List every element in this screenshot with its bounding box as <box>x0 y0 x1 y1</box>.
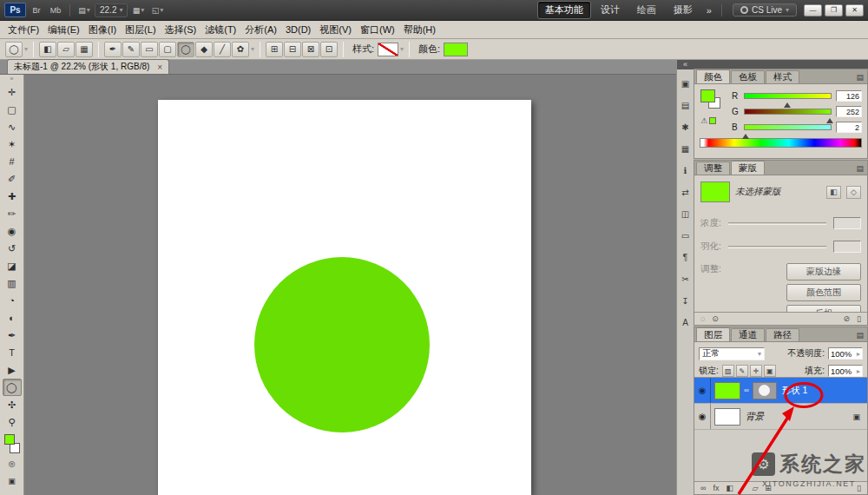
workspace-photography[interactable]: 摄影 <box>666 1 700 19</box>
tab-paths[interactable]: 路径 <box>766 328 799 341</box>
slider-thumb[interactable] <box>784 99 791 108</box>
shape-color-swatch[interactable] <box>444 43 468 56</box>
menu-item-9[interactable]: 窗口(W) <box>356 23 399 37</box>
opacity-field[interactable]: 100% ▸ <box>828 347 863 360</box>
blend-mode-dropdown[interactable]: 正常 ▾ <box>699 347 765 360</box>
dock-panel-button-7[interactable]: ◫ <box>678 205 694 222</box>
spot-healing-brush-tool[interactable]: ✚ <box>3 188 22 205</box>
collapse-toolbox-button[interactable]: » <box>10 75 14 83</box>
dock-panel-button-3[interactable]: ✱ <box>678 118 694 135</box>
panels-dragbar[interactable] <box>694 60 868 69</box>
layer-style-button[interactable]: fx <box>713 484 719 492</box>
workspace-overflow-button[interactable]: » <box>702 3 716 18</box>
panel-menu-icon[interactable]: ▤ <box>856 164 864 173</box>
red-slider[interactable] <box>744 93 832 99</box>
shape-layers-button[interactable]: ◧ <box>39 42 56 57</box>
visibility-toggle[interactable]: ◉ <box>694 404 711 429</box>
intersect-shape-area-button[interactable]: ⊠ <box>302 42 319 57</box>
mini-bridge-button[interactable]: Mb <box>47 3 64 17</box>
mask-edge-button[interactable]: 蒙版边缘 <box>786 263 861 280</box>
menu-item-6[interactable]: 分析(A) <box>240 23 281 37</box>
color-spectrum-bar[interactable] <box>700 138 862 148</box>
zoom-level-control[interactable]: 22.2▾ <box>95 3 128 17</box>
dock-panel-button-12[interactable]: A <box>678 314 694 331</box>
new-adjustment-layer-button[interactable]: ◐ <box>740 484 745 492</box>
pen-tool[interactable]: ✒ <box>3 327 22 344</box>
menu-item-5[interactable]: 滤镜(T) <box>201 23 240 37</box>
fill-pixels-button[interactable]: ▦ <box>76 42 93 57</box>
visibility-toggle[interactable]: ◉ <box>694 378 711 403</box>
clone-stamp-tool[interactable]: ◉ <box>3 222 22 240</box>
apply-mask-button[interactable]: ⊙ <box>712 314 719 323</box>
style-picker[interactable] <box>378 43 398 56</box>
green-value-field[interactable]: 252 <box>836 106 862 117</box>
red-value-field[interactable]: 126 <box>836 90 862 102</box>
lock-image-pixels-button[interactable]: ✎ <box>736 365 748 377</box>
view-extras-button[interactable]: ▤▾ <box>76 3 93 17</box>
vector-mask-thumbnail[interactable] <box>753 382 777 399</box>
chevron-down-icon[interactable]: ▾ <box>251 45 254 53</box>
add-vector-mask-button[interactable]: ◇ <box>846 186 861 199</box>
slider-thumb[interactable] <box>826 115 833 123</box>
brush-tool[interactable]: ✏ <box>3 205 22 222</box>
ellipse-button[interactable]: ◯ <box>177 42 194 57</box>
dock-panel-button-8[interactable]: ▭ <box>678 227 694 244</box>
quick-selection-tool[interactable]: ✶ <box>3 135 22 153</box>
add-pixel-mask-button[interactable]: ◧ <box>826 186 841 199</box>
menu-item-4[interactable]: 选择(S) <box>161 23 201 37</box>
zoom-tool[interactable]: ⚲ <box>3 413 22 431</box>
eraser-tool[interactable]: ◪ <box>3 257 22 274</box>
panel-menu-icon[interactable]: ▤ <box>856 73 864 82</box>
layer-row-shape-1[interactable]: ◉ ∞ 形状 1 <box>694 378 867 404</box>
tab-swatches[interactable]: 色板 <box>731 70 765 83</box>
add-layer-mask-button[interactable]: ◧ <box>726 484 733 492</box>
tab-masks[interactable]: 蒙版 <box>731 161 765 175</box>
layer-row-background[interactable]: ◉ 背景 ▣ <box>694 404 867 430</box>
restore-button[interactable]: ❐ <box>825 4 843 16</box>
gamut-color-chip[interactable] <box>709 117 716 124</box>
paths-button[interactable]: ▱ <box>57 42 75 57</box>
mask-link-icon[interactable]: ∞ <box>744 386 749 394</box>
document-canvas[interactable] <box>158 100 531 495</box>
dock-panel-button-1[interactable]: ▣ <box>678 75 694 92</box>
chevron-down-icon[interactable]: ▾ <box>400 45 404 53</box>
layer-thumbnail[interactable] <box>714 408 740 426</box>
bridge-button[interactable]: Br <box>28 3 45 17</box>
freeform-pen-button[interactable]: ✎ <box>122 42 140 57</box>
workspace-essentials[interactable]: 基本功能 <box>537 1 591 19</box>
dock-panel-button-2[interactable]: ▤ <box>678 96 694 114</box>
tab-layers[interactable]: 图层 <box>696 327 730 341</box>
disable-mask-button[interactable]: ⊘ <box>844 314 851 323</box>
slider-thumb[interactable] <box>742 130 749 139</box>
document-tab[interactable]: 未标题-1 @ 22.2% (形状 1, RGB/8) × <box>7 59 169 74</box>
lock-transparent-pixels-button[interactable]: ▨ <box>722 365 734 377</box>
menu-item-3[interactable]: 图层(L) <box>121 23 160 37</box>
history-brush-tool[interactable]: ↺ <box>3 240 22 257</box>
crop-tool[interactable]: # <box>3 153 22 170</box>
workspace-design[interactable]: 设计 <box>593 1 628 19</box>
lock-all-button[interactable]: ▣ <box>764 365 776 377</box>
dodge-tool[interactable]: ◐ <box>3 309 22 327</box>
tab-color[interactable]: 颜色 <box>696 69 730 83</box>
dock-panel-button-4[interactable]: ▦ <box>678 140 694 157</box>
load-selection-button[interactable]: ◌ <box>700 314 705 323</box>
lasso-tool[interactable]: ∿ <box>3 118 22 135</box>
workspace-painting[interactable]: 绘画 <box>629 1 664 19</box>
screen-mode-button[interactable]: ◱▾ <box>148 3 166 17</box>
subtract-shape-area-button[interactable]: ⊟ <box>284 42 301 57</box>
link-layers-button[interactable]: ∞ <box>700 484 706 492</box>
foreground-color-swatch[interactable] <box>4 434 15 445</box>
foreground-color-swatch[interactable] <box>700 89 715 102</box>
quick-mask-button[interactable]: ◎ <box>4 457 20 471</box>
menu-item-0[interactable]: 文件(F) <box>3 23 43 37</box>
fill-field[interactable]: 100% ▸ <box>828 365 863 377</box>
pen-tool-button[interactable]: ✒ <box>104 42 122 57</box>
cs-live-button[interactable]: CS Live▾ <box>733 3 797 16</box>
custom-shape-button[interactable]: ✿ <box>232 42 249 57</box>
dock-panel-button-11[interactable]: ↧ <box>678 292 694 309</box>
menu-item-7[interactable]: 3D(D) <box>281 23 315 36</box>
rectangular-marquee-tool[interactable]: ▢ <box>3 101 22 118</box>
polygon-button[interactable]: ◆ <box>195 42 213 57</box>
tool-preset-picker[interactable]: ◯ <box>5 42 23 57</box>
rectangle-button[interactable]: ▭ <box>141 42 158 57</box>
